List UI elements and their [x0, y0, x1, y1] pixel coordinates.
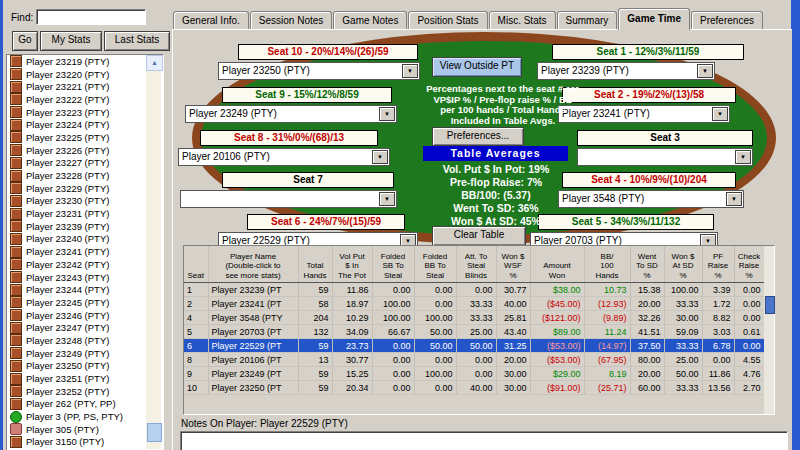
stats-row-seat-2[interactable]: 2Player 23241 (PT5818.97100.000.0033.334… — [184, 297, 764, 311]
player-list-item[interactable]: Player 23231 (PTY) — [7, 207, 163, 220]
tab-position-stats[interactable]: Position Stats — [408, 11, 487, 30]
player-list-item[interactable]: Player 23248 (PTY) — [7, 334, 163, 347]
stats-cell: 59 — [298, 381, 332, 395]
column-header[interactable]: BB/100Hands — [584, 246, 630, 283]
view-outside-pt-button[interactable]: View Outside PT — [432, 57, 522, 77]
stats-cell: 0.00 — [372, 339, 414, 353]
player-list-item[interactable]: Player 23223 (PTY) — [7, 106, 163, 119]
tab-preferences[interactable]: Preferences — [691, 11, 763, 30]
player-name: Player 23225 (PTY) — [26, 132, 109, 143]
player-list-item[interactable]: Player 23251 (PTY) — [7, 372, 163, 385]
player-list-item[interactable]: Player 262 (PTY, PP) — [7, 398, 163, 411]
player-list-item[interactable]: Player 23239 (PTY) — [7, 220, 163, 233]
tab-session-notes[interactable]: Session Notes — [250, 11, 332, 30]
column-header[interactable]: Won $At SD% — [664, 246, 702, 283]
player-list-item[interactable]: Player 305 (PTY) — [7, 423, 163, 436]
seat-10-player-dropdown[interactable]: Player 23250 (PTY) ▼ — [218, 62, 420, 80]
player-list-item[interactable]: Player 23230 (PTY) — [7, 195, 163, 208]
dropdown-arrow-icon[interactable]: ▼ — [726, 192, 742, 206]
seat-7-player-dropdown[interactable]: ▼ — [180, 190, 397, 208]
player-list-item[interactable]: Player 23219 (PTY) — [7, 55, 163, 68]
player-list-item[interactable]: Player 23250 (PTY) — [7, 360, 163, 373]
seat-9-player-dropdown[interactable]: Player 23249 (PTY) ▼ — [185, 105, 397, 123]
find-input[interactable] — [36, 9, 146, 25]
stats-cell: 59 — [298, 339, 332, 353]
player-list-item[interactable]: Player 23228 (PTY) — [7, 169, 163, 182]
scroll-up-icon[interactable]: ▲ — [146, 55, 163, 71]
stats-row-seat-9[interactable]: 9Player 23249 (PT5915.250.00100.000.0030… — [184, 367, 764, 381]
player-list[interactable]: Player 23219 (PTY)Player 23220 (PTY)Play… — [6, 54, 164, 450]
stats-row-seat-10[interactable]: 10Player 23250 (PT5920.340.000.0040.0030… — [184, 381, 764, 395]
tab-game-time[interactable]: Game Time — [618, 8, 690, 30]
column-header[interactable]: Att. ToStealBlinds — [456, 246, 496, 283]
player-list-scrollbar[interactable]: ▲ — [146, 55, 161, 449]
player-name: Player 23220 (PTY) — [26, 69, 109, 80]
scrollbar-thumb[interactable] — [147, 423, 162, 442]
player-list-item[interactable]: Player 23226 (PTY) — [7, 144, 163, 157]
player-notes-textarea[interactable] — [180, 431, 788, 450]
stats-cell: 1.72 — [702, 297, 734, 311]
player-list-item[interactable]: Player 23243 (PTY) — [7, 271, 163, 284]
player-list-item[interactable]: Player 23252 (PTY) — [7, 385, 163, 398]
combo-value: Player 20106 (PTY) — [182, 149, 371, 165]
stats-row-seat-8[interactable]: 8Player 20106 (PT1330.770.000.000.0020.0… — [184, 353, 764, 367]
player-list-item[interactable]: Player 23227 (PTY) — [7, 157, 163, 170]
seat-8-player-dropdown[interactable]: Player 20106 (PTY) ▼ — [178, 148, 390, 166]
column-header[interactable]: Seat — [184, 246, 208, 283]
player-list-item[interactable]: Player 3150 (PTY) — [7, 436, 163, 449]
tab-summary[interactable]: Summary — [557, 11, 618, 30]
tab-game-notes[interactable]: Game Notes — [333, 11, 407, 30]
column-header[interactable]: Vol Put$ InThe Pot — [332, 246, 372, 283]
column-header[interactable]: Won $WSF% — [496, 246, 530, 283]
go-button[interactable]: Go — [12, 31, 38, 51]
player-list-item[interactable]: Player 23249 (PTY) — [7, 347, 163, 360]
dropdown-arrow-icon[interactable]: ▼ — [372, 150, 388, 164]
column-header[interactable]: AmountWon — [530, 246, 584, 283]
scrollbar-thumb[interactable] — [765, 296, 775, 314]
stats-cell: $38.00 — [530, 283, 584, 297]
cards-icon — [10, 398, 22, 410]
dropdown-arrow-icon[interactable]: ▼ — [712, 107, 728, 121]
column-header[interactable]: WentTo SD% — [630, 246, 664, 283]
player-list-item[interactable]: Player 23244 (PTY) — [7, 283, 163, 296]
dropdown-arrow-icon[interactable]: ▼ — [379, 107, 395, 121]
column-header[interactable]: FoldedBB ToSteal — [414, 246, 456, 283]
stats-table-scrollbar[interactable] — [764, 246, 774, 414]
dropdown-arrow-icon[interactable]: ▼ — [697, 64, 713, 78]
column-header[interactable]: PFRaise% — [702, 246, 734, 283]
my-stats-button[interactable]: My Stats — [40, 31, 102, 51]
clear-table-button[interactable]: Clear Table — [432, 226, 526, 246]
column-header[interactable]: FoldedSB ToSteal — [372, 246, 414, 283]
column-header[interactable]: Player Name(Double-click tosee more stat… — [208, 246, 298, 283]
player-list-item[interactable]: Player 23229 (PTY) — [7, 182, 163, 195]
player-list-item[interactable]: Player 23245 (PTY) — [7, 296, 163, 309]
stats-row-seat-1[interactable]: 1Player 23239 (PT5911.860.000.000.0030.7… — [184, 283, 764, 297]
player-list-item[interactable]: Player 23221 (PTY) — [7, 80, 163, 93]
player-list-item[interactable]: Player 23225 (PTY) — [7, 131, 163, 144]
tab-misc-stats[interactable]: Misc. Stats — [489, 11, 556, 30]
preferences-button[interactable]: Preferences... — [432, 127, 524, 146]
stats-cell: 8.82 — [702, 311, 734, 325]
stats-cell: 6.78 — [702, 339, 734, 353]
player-list-item[interactable]: Player 23224 (PTY) — [7, 118, 163, 131]
player-list-item[interactable]: Player 23247 (PTY) — [7, 321, 163, 334]
column-header[interactable]: CheckRaise% — [734, 246, 764, 283]
player-list-item[interactable]: Player 23246 (PTY) — [7, 309, 163, 322]
dropdown-arrow-icon[interactable]: ▼ — [735, 150, 751, 164]
last-stats-button[interactable]: Last Stats — [104, 31, 170, 51]
seat-1-player-dropdown[interactable]: Player 23239 (PTY) ▼ — [537, 62, 715, 80]
tab-general-info[interactable]: General Info. — [173, 11, 249, 30]
seat-3-player-dropdown[interactable]: ▼ — [577, 148, 753, 166]
dropdown-arrow-icon[interactable]: ▼ — [379, 192, 395, 206]
player-list-item[interactable]: Player 23242 (PTY) — [7, 258, 163, 271]
player-list-item[interactable]: Player 23222 (PTY) — [7, 93, 163, 106]
stats-row-seat-5[interactable]: 5Player 20703 (PT13234.0966.6750.0025.00… — [184, 325, 764, 339]
dropdown-arrow-icon[interactable]: ▼ — [402, 64, 418, 78]
player-list-item[interactable]: Player 23240 (PTY) — [7, 233, 163, 246]
player-list-item[interactable]: Player 3 (PP, PS, PTY) — [7, 410, 163, 423]
stats-row-seat-6[interactable]: 6Player 22529 (PT5923.730.0050.0050.0031… — [184, 339, 764, 353]
column-header[interactable]: TotalHands — [298, 246, 332, 283]
player-list-item[interactable]: Player 23241 (PTY) — [7, 245, 163, 258]
player-list-item[interactable]: Player 23220 (PTY) — [7, 68, 163, 81]
stats-row-seat-4[interactable]: 4Player 3548 (PTY20410.29100.00100.0033.… — [184, 311, 764, 325]
